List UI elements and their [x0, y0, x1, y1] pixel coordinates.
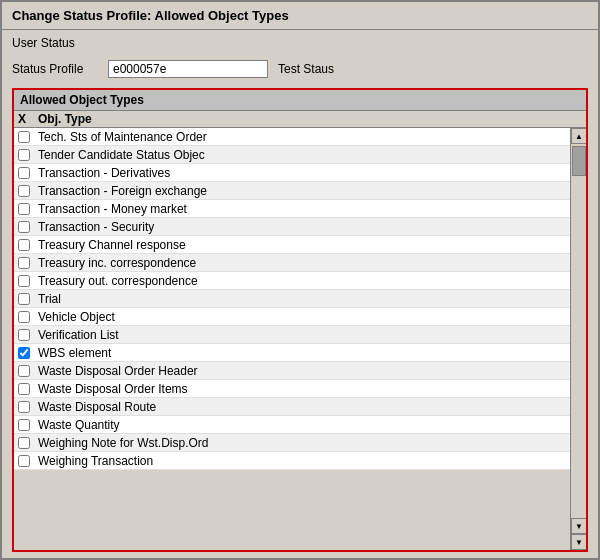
row-checkbox-input[interactable] — [18, 221, 30, 233]
table-row: Transaction - Money market — [14, 200, 586, 218]
row-label-text: Trial — [38, 292, 582, 306]
row-label-text: Waste Disposal Order Items — [38, 382, 582, 396]
row-label-text: Transaction - Security — [38, 220, 582, 234]
row-checkbox-input[interactable] — [18, 167, 30, 179]
table-row: Waste Disposal Order Header — [14, 362, 586, 380]
row-label-text: Verification List — [38, 328, 582, 342]
row-checkbox-input[interactable] — [18, 293, 30, 305]
col-header-type: Obj. Type — [38, 112, 566, 126]
table-row: Treasury out. correspondence — [14, 272, 586, 290]
row-checkbox-input[interactable] — [18, 365, 30, 377]
row-checkbox-input[interactable] — [18, 383, 30, 395]
row-checkbox-input[interactable] — [18, 149, 30, 161]
vertical-scrollbar[interactable]: ▲ ▼ ▼ — [570, 128, 586, 550]
row-label-text: Transaction - Derivatives — [38, 166, 582, 180]
table-rows-container: Tech. Sts of Maintenance OrderTender Can… — [14, 128, 586, 550]
table-row: Trial — [14, 290, 586, 308]
table-row: Waste Quantity — [14, 416, 586, 434]
table-row: Treasury Channel response — [14, 236, 586, 254]
row-checkbox-container — [18, 419, 38, 431]
row-checkbox-container — [18, 293, 38, 305]
row-checkbox-container — [18, 257, 38, 269]
row-checkbox-input[interactable] — [18, 455, 30, 467]
page-title: Change Status Profile: Allowed Object Ty… — [12, 8, 289, 23]
row-checkbox-input[interactable] — [18, 239, 30, 251]
row-label-text: Tender Candidate Status Objec — [38, 148, 582, 162]
row-checkbox-container — [18, 311, 38, 323]
row-label-text: Treasury Channel response — [38, 238, 582, 252]
row-checkbox-input[interactable] — [18, 131, 30, 143]
status-profile-row: Status Profile Test Staus — [2, 56, 598, 82]
row-label-text: Vehicle Object — [38, 310, 582, 324]
row-checkbox-input[interactable] — [18, 437, 30, 449]
allowed-object-types-table: Allowed Object Types X Obj. Type Tech. S… — [12, 88, 588, 552]
col-header-x: X — [18, 112, 38, 126]
row-checkbox-input[interactable] — [18, 203, 30, 215]
table-body: Tech. Sts of Maintenance OrderTender Can… — [14, 128, 586, 550]
row-label-text: Transaction - Money market — [38, 202, 582, 216]
row-label-text: Weighing Transaction — [38, 454, 582, 468]
row-checkbox-container — [18, 185, 38, 197]
table-row: WBS element — [14, 344, 586, 362]
row-checkbox-container — [18, 365, 38, 377]
table-row: Vehicle Object — [14, 308, 586, 326]
row-checkbox-container — [18, 383, 38, 395]
status-profile-input[interactable] — [108, 60, 268, 78]
row-label-text: WBS element — [38, 346, 582, 360]
row-label-text: Waste Disposal Order Header — [38, 364, 582, 378]
row-checkbox-container — [18, 149, 38, 161]
row-label-text: Tech. Sts of Maintenance Order — [38, 130, 582, 144]
scroll-thumb[interactable] — [572, 146, 586, 176]
scroll-up-button[interactable]: ▲ — [571, 128, 586, 144]
table-row: Waste Disposal Order Items — [14, 380, 586, 398]
row-checkbox-container — [18, 221, 38, 233]
scroll-track[interactable] — [571, 144, 586, 518]
table-row: Verification List — [14, 326, 586, 344]
row-checkbox-container — [18, 275, 38, 287]
scroll-down2-button[interactable]: ▼ — [571, 534, 586, 550]
row-checkbox-container — [18, 167, 38, 179]
row-checkbox-input[interactable] — [18, 185, 30, 197]
table-header: Allowed Object Types — [14, 90, 586, 111]
table-title: Allowed Object Types — [18, 93, 144, 107]
status-profile-label: Status Profile — [12, 62, 102, 76]
row-checkbox-input[interactable] — [18, 401, 30, 413]
row-checkbox-container — [18, 131, 38, 143]
row-checkbox-container — [18, 203, 38, 215]
row-label-text: Treasury inc. correspondence — [38, 256, 582, 270]
column-headers: X Obj. Type — [14, 111, 586, 128]
table-row: Weighing Transaction — [14, 452, 586, 470]
row-label-text: Waste Disposal Route — [38, 400, 582, 414]
row-checkbox-container — [18, 347, 38, 359]
table-row: Waste Disposal Route — [14, 398, 586, 416]
status-profile-desc: Test Staus — [274, 62, 334, 76]
row-checkbox-input[interactable] — [18, 257, 30, 269]
row-label-text: Waste Quantity — [38, 418, 582, 432]
scroll-down-button[interactable]: ▼ — [571, 518, 586, 534]
row-checkbox-input[interactable] — [18, 347, 30, 359]
title-bar: Change Status Profile: Allowed Object Ty… — [2, 2, 598, 30]
row-checkbox-input[interactable] — [18, 419, 30, 431]
table-row: Tender Candidate Status Objec — [14, 146, 586, 164]
row-label-text: Transaction - Foreign exchange — [38, 184, 582, 198]
row-checkbox-input[interactable] — [18, 329, 30, 341]
section-label: User Status — [2, 30, 598, 56]
row-checkbox-container — [18, 437, 38, 449]
table-row: Tech. Sts of Maintenance Order — [14, 128, 586, 146]
row-checkbox-input[interactable] — [18, 311, 30, 323]
table-row: Treasury inc. correspondence — [14, 254, 586, 272]
table-row: Transaction - Derivatives — [14, 164, 586, 182]
row-checkbox-container — [18, 455, 38, 467]
row-label-text: Treasury out. correspondence — [38, 274, 582, 288]
table-row: Weighing Note for Wst.Disp.Ord — [14, 434, 586, 452]
table-row: Transaction - Foreign exchange — [14, 182, 586, 200]
table-row: Transaction - Security — [14, 218, 586, 236]
main-window: Change Status Profile: Allowed Object Ty… — [0, 0, 600, 560]
row-checkbox-container — [18, 401, 38, 413]
row-checkbox-input[interactable] — [18, 275, 30, 287]
row-checkbox-container — [18, 329, 38, 341]
row-label-text: Weighing Note for Wst.Disp.Ord — [38, 436, 582, 450]
row-checkbox-container — [18, 239, 38, 251]
